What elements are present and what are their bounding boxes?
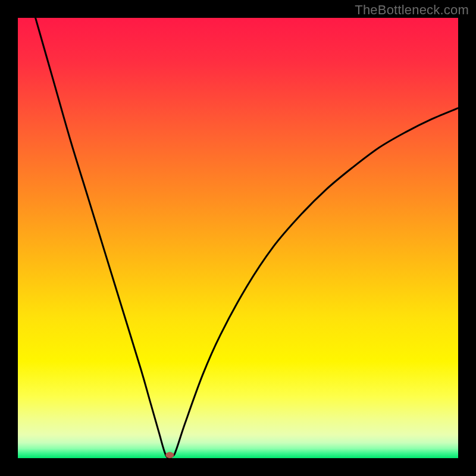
watermark-text: TheBottleneck.com bbox=[355, 2, 469, 18]
plot-area-wrapper bbox=[18, 18, 458, 458]
chart-frame: TheBottleneck.com bbox=[0, 0, 476, 476]
minimum-marker bbox=[165, 452, 174, 458]
chart-svg bbox=[18, 18, 458, 458]
gradient-background bbox=[18, 18, 458, 458]
